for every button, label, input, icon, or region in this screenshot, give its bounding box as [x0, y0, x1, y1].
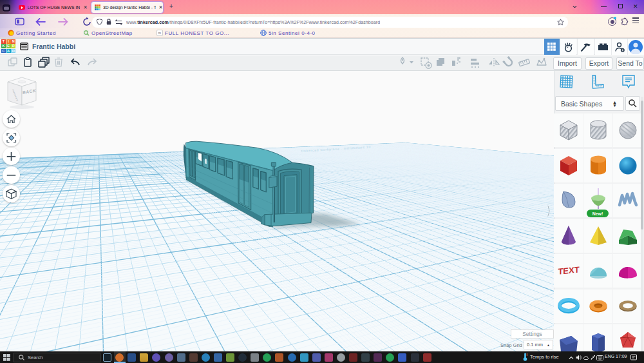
svg-text:TEXT: TEXT	[558, 264, 579, 276]
